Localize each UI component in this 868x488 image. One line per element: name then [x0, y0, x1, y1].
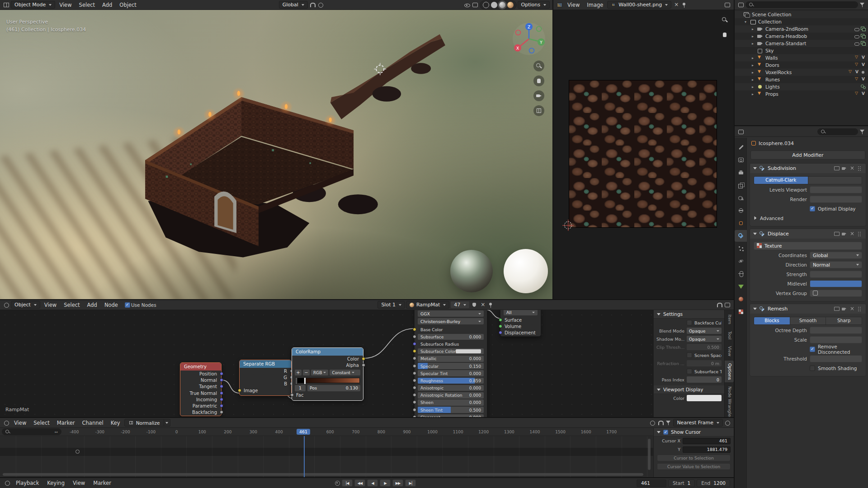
badge-icon[interactable] [854, 77, 860, 82]
show-viewport-icon[interactable] [834, 166, 840, 171]
sidebar-tab[interactable]: Tool [725, 328, 734, 342]
proportional-editing-icon[interactable] [317, 2, 324, 8]
editor-type-icon[interactable] [4, 480, 11, 486]
expand-arrow-icon[interactable]: ▸ [752, 27, 757, 31]
properties-tab[interactable] [735, 192, 747, 204]
start-frame-field[interactable]: Start1 [668, 479, 695, 487]
camera-view-button[interactable] [533, 90, 544, 101]
node-value-field[interactable]: Sheen Tint 0.500 [418, 407, 484, 413]
add-modifier-button[interactable]: Add Modifier [750, 150, 865, 160]
menu-item[interactable]: Select [76, 1, 98, 9]
direction-dropdown[interactable]: Normal [810, 261, 862, 268]
node-socket[interactable] [499, 318, 502, 322]
remove-disconnected-checkbox[interactable] [810, 347, 815, 352]
expand-range-icon[interactable]: ↔ [54, 430, 58, 434]
properties-tab[interactable] [735, 268, 747, 280]
threshold-field[interactable] [810, 355, 862, 362]
expand-arrow-icon[interactable]: ▸ [752, 70, 757, 75]
properties-tab[interactable] [735, 141, 747, 153]
image-datablock-selector[interactable]: Wall00-sheet.png [607, 1, 671, 9]
badge-icon[interactable] [860, 70, 866, 75]
expand-arrow-icon[interactable]: ▸ [752, 34, 757, 38]
transport-button[interactable]: ◀ [367, 479, 378, 487]
menu-item[interactable]: Select [61, 301, 83, 309]
menu-item[interactable]: Marker [54, 419, 78, 427]
users-count-button[interactable]: 47 [450, 301, 470, 309]
end-frame-field[interactable]: End1200 [697, 479, 730, 487]
current-frame-field[interactable]: 461 [637, 479, 666, 487]
badge-icon[interactable] [854, 62, 860, 68]
properties-tab[interactable] [735, 255, 747, 267]
menu-item[interactable]: View [11, 419, 29, 427]
node-socket[interactable] [413, 408, 416, 412]
menu-item[interactable]: Marker [90, 479, 114, 487]
toggle-perspective-button[interactable] [533, 105, 544, 116]
wireframe-shading-icon[interactable] [483, 2, 489, 8]
remove-modifier-icon[interactable] [849, 306, 855, 312]
material-shading-icon[interactable] [499, 2, 505, 8]
octree-depth-field[interactable] [810, 327, 862, 334]
editor-type-icon[interactable] [556, 2, 563, 8]
collapse-icon[interactable] [753, 308, 757, 310]
coordinates-dropdown[interactable]: Global [810, 252, 862, 259]
collapse-icon[interactable] [657, 313, 660, 315]
menu-item[interactable]: View [70, 479, 88, 487]
editor-type-icon[interactable] [737, 2, 745, 8]
use-nodes-checkbox[interactable] [125, 302, 130, 308]
transport-button[interactable]: ◀◀ [354, 479, 365, 487]
backface-culling-checkbox[interactable] [687, 320, 692, 325]
badge-icon[interactable] [860, 62, 866, 68]
cursor-value-to-selection-button[interactable]: Cursor Value to Selection [657, 463, 731, 470]
material-slot-select[interactable]: Slot 1 [377, 301, 405, 309]
outliner-row[interactable]: ▸ Camera-Standart [735, 40, 868, 47]
snap-magnet-icon[interactable] [309, 2, 316, 8]
playhead-line[interactable] [304, 436, 305, 477]
badge-icon[interactable] [860, 55, 866, 61]
menu-item[interactable]: View [56, 1, 75, 9]
node-value-field[interactable]: Subsurface Color [418, 348, 484, 355]
menu-item[interactable]: Add [99, 1, 115, 9]
menu-item[interactable]: View [564, 1, 583, 9]
vertical-scrollbar[interactable] [648, 439, 651, 470]
normalize-options-dropdown[interactable] [164, 419, 170, 427]
expand-arrow-icon[interactable]: ▸ [752, 78, 757, 82]
badge-icon[interactable] [860, 84, 866, 89]
remove-modifier-icon[interactable] [849, 231, 855, 237]
node-socket[interactable] [362, 363, 365, 367]
show-render-icon[interactable] [841, 306, 847, 312]
proportional-editing-icon[interactable] [724, 420, 731, 426]
pin-icon[interactable] [487, 302, 494, 308]
collapse-icon[interactable] [657, 431, 660, 433]
color-mode-dropdown[interactable]: RGB [311, 370, 328, 375]
snap-magnet-icon[interactable] [657, 420, 664, 426]
outliner-row[interactable]: ▾ Collection [735, 18, 868, 25]
show-viewport-icon[interactable] [834, 306, 840, 312]
midlevel-slider[interactable] [810, 280, 862, 287]
modifier-header[interactable]: Remesh [750, 304, 866, 314]
output-target-dropdown[interactable]: All [504, 309, 538, 315]
collapse-icon[interactable] [753, 167, 757, 169]
badge-icon[interactable] [848, 70, 854, 75]
fake-user-icon[interactable] [471, 302, 478, 308]
horizontal-scrollbar[interactable] [3, 473, 643, 476]
collapse-icon[interactable] [753, 233, 757, 235]
pan-button[interactable] [719, 29, 730, 40]
editor-type-icon[interactable] [3, 420, 10, 426]
node-value-field[interactable]: Anisotropic 0.000 [418, 385, 484, 391]
sidebar-tab[interactable]: View [725, 343, 734, 359]
viewport-display-panel-header[interactable]: Viewport Display [654, 385, 724, 394]
node-header[interactable]: Separate RGB [240, 360, 291, 368]
strength-field[interactable] [810, 271, 862, 278]
badge-icon[interactable] [860, 41, 866, 46]
properties-search-input[interactable] [817, 128, 858, 135]
blocks-mode-button[interactable]: Blocks [754, 317, 790, 324]
ramp-stop[interactable] [295, 377, 297, 385]
navigation-gizmo[interactable]: Z X Y [512, 22, 546, 56]
expand-arrow-icon[interactable]: ▸ [752, 56, 757, 60]
zoom-button[interactable] [533, 61, 544, 71]
node-value-field[interactable]: Subsurface Radius [418, 341, 484, 347]
expand-arrow-icon[interactable]: ▸ [752, 92, 757, 96]
node-canvas[interactable]: Geometry Position Normal [0, 310, 734, 417]
node-value-field[interactable]: Subsurface 0.000 [418, 334, 484, 340]
badge-icon[interactable] [854, 70, 860, 75]
